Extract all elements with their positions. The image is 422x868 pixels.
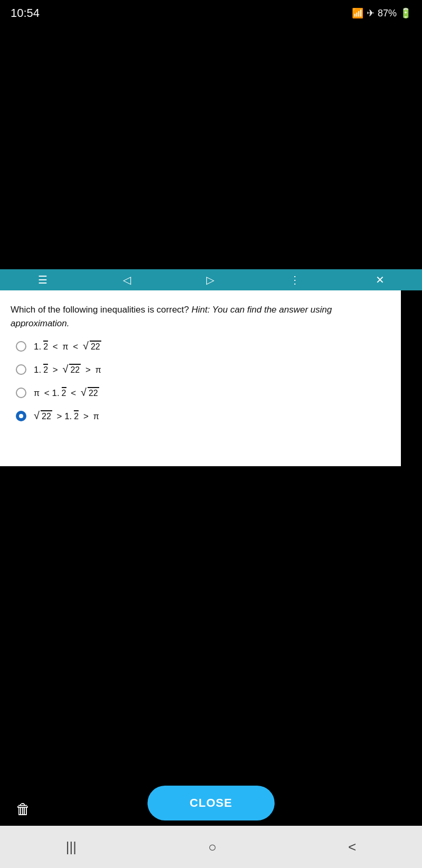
back-button[interactable]: < [348, 839, 356, 855]
battery-icon: 🔋 [400, 7, 411, 19]
status-bar: 10:54 📶 ✈ 87% 🔋 [0, 0, 422, 26]
option-2[interactable]: 1.2 > √22 > π [16, 364, 390, 375]
options-list: 1.2 < π < √22 1.2 > √22 > π π < 1.2 < √2… [11, 341, 390, 422]
option-1-label: 1.2 < π < √22 [34, 341, 101, 352]
radio-2[interactable] [16, 364, 26, 375]
option-2-label: 1.2 > √22 > π [34, 364, 101, 375]
status-time: 10:54 [11, 6, 40, 20]
android-nav-bar: ||| ○ < [0, 826, 422, 868]
menu-icon[interactable]: ☰ [38, 273, 47, 286]
question-card: Which of the following inequalities is c… [0, 290, 401, 466]
radio-1[interactable] [16, 341, 26, 352]
browser-nav-bar: ☰ ◁ ▷ ⋮ ✕ [0, 269, 422, 290]
radio-4[interactable] [16, 411, 26, 421]
overflow-icon[interactable]: ⋮ [290, 273, 300, 286]
option-3-label: π < 1.2 < √22 [34, 387, 99, 399]
recents-button[interactable]: ||| [66, 839, 76, 855]
option-1[interactable]: 1.2 < π < √22 [16, 341, 390, 352]
home-button[interactable]: ○ [208, 839, 217, 855]
option-4-label: √22 > 1.2 > π [34, 410, 99, 422]
close-nav-icon[interactable]: ✕ [376, 273, 385, 286]
trash-button[interactable]: 🗑 [16, 800, 31, 818]
back-page-icon[interactable]: ◁ [123, 273, 131, 286]
close-button[interactable]: CLOSE [148, 786, 275, 820]
signal-icon: ✈ [367, 7, 375, 19]
option-4[interactable]: √22 > 1.2 > π [16, 410, 390, 422]
radio-3[interactable] [16, 388, 26, 398]
battery-text: 87% [378, 8, 397, 19]
option-3[interactable]: π < 1.2 < √22 [16, 387, 390, 399]
status-icons: 📶 ✈ 87% 🔋 [352, 7, 411, 19]
forward-page-icon[interactable]: ▷ [206, 273, 214, 286]
question-text: Which of the following inequalities is c… [11, 303, 390, 330]
wifi-icon: 📶 [352, 7, 363, 19]
